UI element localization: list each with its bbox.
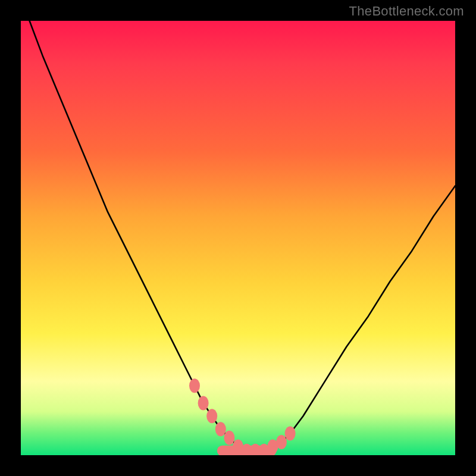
marker-dot	[215, 422, 226, 436]
marker-dot	[285, 427, 296, 441]
chart-svg	[21, 21, 455, 455]
marker-dot	[224, 431, 234, 445]
plot-area	[21, 21, 455, 455]
marker-dot	[189, 378, 200, 393]
marker-dot	[206, 409, 217, 423]
marker-dot	[198, 396, 209, 410]
curve-group	[30, 21, 455, 451]
marker-dot	[276, 435, 287, 449]
chart-frame: TheBottleneck.com	[0, 0, 476, 476]
bottleneck-curve	[30, 21, 455, 451]
marker-pill	[217, 446, 277, 455]
markers-group	[189, 378, 296, 455]
watermark-text: TheBottleneck.com	[349, 4, 464, 19]
